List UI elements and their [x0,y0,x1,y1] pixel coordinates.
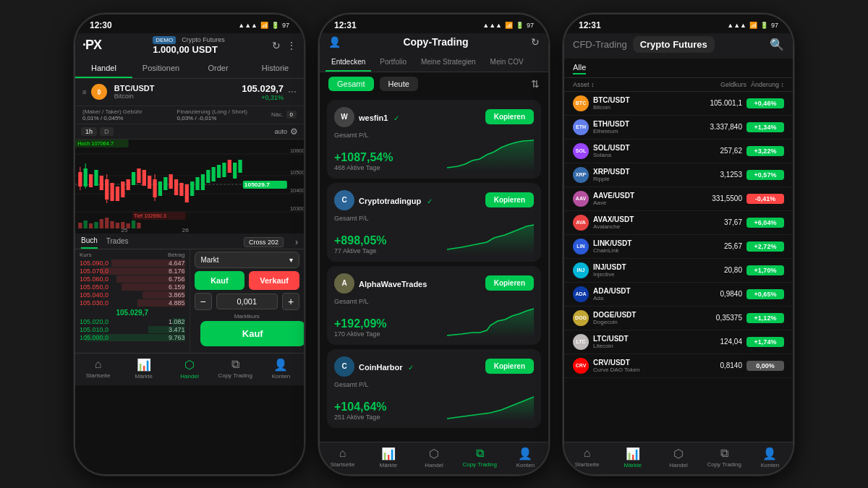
p1-btab-buch[interactable]: Buch [81,236,98,249]
market-row-8[interactable]: ADA ADA/USDT Ada 0,9840 +0,65% [564,283,793,307]
market-row-2[interactable]: SOL SOL/USDT Solana 257,62 +3,22% [564,140,793,163]
nav-markte-2[interactable]: 📊 Märkte [365,447,411,468]
market-row-10[interactable]: LTC LTC/USDT Litecoin 124,04 +1,74% [564,330,793,354]
search-icon[interactable]: 🔍 [770,38,784,51]
trader-days-1: 77 Aktive Tage [334,247,387,254]
nav-startseite-3[interactable]: ⌂ Startseite [564,447,610,468]
coin-icon-10: LTC [573,334,589,350]
p2-tab-strategien[interactable]: Meine Strategien [415,53,482,72]
svg-rect-46 [89,223,93,228]
p1-tab-handel[interactable]: Handel [75,59,132,78]
svg-marker-64 [447,140,534,171]
screen-2: 👤 Copy-Trading ↻ Entdecken Portfolio Mei… [320,33,548,474]
amount-decrease[interactable]: − [195,293,212,310]
market-price-4: 331,5500 [678,194,742,202]
p2-refresh-icon[interactable]: ↻ [531,36,540,48]
market-row-11[interactable]: CRV CRV/USDT Curve DAO Token 0,8140 0,00… [564,354,793,378]
ob-row-sell-1: 105.090,0 4.647 [80,260,185,267]
svg-rect-45 [84,221,88,228]
market-row-7[interactable]: INJ INJ/USDT Injective 20,80 +1,70% [564,259,793,283]
market-price-0: 105.001,1 [678,99,742,107]
market-pair-2: SOL/USDT [593,144,678,152]
status-icons-3: ▲▲▲ 📶 🔋 97 [727,22,778,29]
svg-rect-13 [89,174,93,187]
cross-arrow-icon[interactable]: › [295,237,298,247]
trader-card-0: W wesfin1 ✓ Kopieren Gesamt P/L +1087,54… [327,100,541,179]
ob-row-buy-3: 105.000,0 9.763 [80,334,185,341]
nav-startseite-1[interactable]: ⌂ Startseite [75,358,121,380]
market-pair-1: ETH/USDT [593,120,678,128]
market-row-9[interactable]: DOG DOGE/USDT Dogecoin 0,35375 +1,12% [564,307,793,330]
copy-btn-1[interactable]: Kopieren [485,192,534,207]
market-row-6[interactable]: LIN LINK/USDT ChainLink 25,67 +2,72% [564,235,793,259]
status-time-3: 12:31 [579,20,601,30]
p1-tab-historie[interactable]: Historie [247,59,304,78]
nav-handel-3[interactable]: ⬡ Handel [655,447,701,468]
market-row-0[interactable]: BTC BTC/USDT Bitcoin 105.001,1 +0,46% [564,92,793,116]
p1-more-icon[interactable]: ⋮ [286,40,297,51]
p3-title-cfd[interactable]: CFD-Trading [573,39,627,50]
nav-handel-1[interactable]: ⬡ Handel [166,358,212,380]
svg-text:106000: 106000 [290,148,304,154]
chart-icon: 📊 [137,358,151,372]
p1-btab-trades[interactable]: Trades [106,237,129,248]
svg-rect-33 [185,184,189,202]
nav-konten-2[interactable]: 👤 Konten [503,447,548,468]
market-row-1[interactable]: ETH ETH/USDT Ethereum 3.337,840 +1,34% [564,116,793,140]
nav-handel-2[interactable]: ⬡ Handel [411,447,456,468]
trader-avatar-0: W [334,107,354,127]
copy-btn-3[interactable]: Kopieren [485,359,534,374]
svg-rect-42 [233,163,237,179]
sort-icon[interactable]: ⇅ [531,78,540,90]
chart-icon-3: 📊 [626,447,640,461]
svg-rect-39 [217,165,221,178]
market-row-5[interactable]: AVA AVAX/USDT Avalanche 37,67 +6,04% [564,211,793,235]
pair-name: BTC/USDT [114,84,155,93]
amount-value[interactable]: 0,001 [216,294,278,309]
p2-tab-portfolio[interactable]: Portfolio [374,53,412,72]
nav-copytrading-1[interactable]: ⧉ Copy Trading [213,358,258,380]
nav-copytrading-3[interactable]: ⧉ Copy Trading [702,447,747,468]
nav-markte-1[interactable]: 📊 Märkte [121,358,166,380]
p1-header: ·PX DEMO Crypto Futures 1.000,00 USDT ↻ … [75,33,304,59]
timeframe-more[interactable]: D [100,127,114,136]
nav-konten-1[interactable]: 👤 Konten [258,358,304,380]
p2-tab-cov[interactable]: Mein COV [485,53,529,72]
timeframe-1h[interactable]: 1h [81,127,97,136]
nav-copytrading-2[interactable]: ⧉ Copy Trading [457,447,503,468]
nav-konten-3[interactable]: 👤 Konten [747,447,793,468]
copy-btn-2[interactable]: Kopieren [485,275,534,291]
cross-badge[interactable]: Cross 202 [244,237,284,247]
market-pair-4: AAVE/USDT [593,192,678,200]
p3-col-headers: Asset ↕ Geldkurs Änderung ↕ [564,78,793,92]
p1-tab-positionen[interactable]: Positionen [132,59,190,78]
filter-heute[interactable]: Heute [380,77,418,91]
market-row-3[interactable]: XRP XRP/USDT Ripple 3,1253 +0,57% [564,163,793,187]
p1-refresh-icon[interactable]: ↻ [272,40,281,51]
nav-markte-3[interactable]: 📊 Märkte [610,447,655,468]
p3-title-crypto[interactable]: Crypto Futures [633,36,715,53]
market-change-4: -0,41% [746,194,784,204]
market-type-select[interactable]: Markt ▾ [195,252,300,268]
screen-1: ·PX DEMO Crypto Futures 1.000,00 USDT ↻ … [75,33,304,474]
market-change-2: +3,22% [746,146,784,156]
p1-tab-order[interactable]: Order [190,59,247,78]
account-icon-2: 👤 [518,447,532,461]
nav-startseite-2[interactable]: ⌂ Startseite [320,447,365,468]
chart-settings-icon[interactable]: ⚙ [290,127,298,137]
verified-icon-3: ✓ [408,364,414,372]
svg-rect-18 [110,183,114,201]
trader-chart-2 [447,305,534,338]
market-row-4[interactable]: AAV AAVE/USDT Aave 331,5500 -0,41% [564,187,793,211]
buy-button[interactable]: Kauf [195,271,245,290]
filter-gesamt[interactable]: Gesamt [328,77,374,91]
svg-rect-31 [174,179,178,195]
amount-increase[interactable]: + [282,293,299,310]
filter-alle[interactable]: Alle [573,61,586,74]
pair-more-icon[interactable]: ⋯ [288,87,297,97]
sell-button[interactable]: Verkauf [249,271,299,290]
copy-btn-0[interactable]: Kopieren [485,109,534,124]
kauf-button[interactable]: Kauf [200,321,305,346]
p2-title: Copy-Trading [341,36,531,48]
p2-tab-entdecken[interactable]: Entdecken [326,53,371,72]
